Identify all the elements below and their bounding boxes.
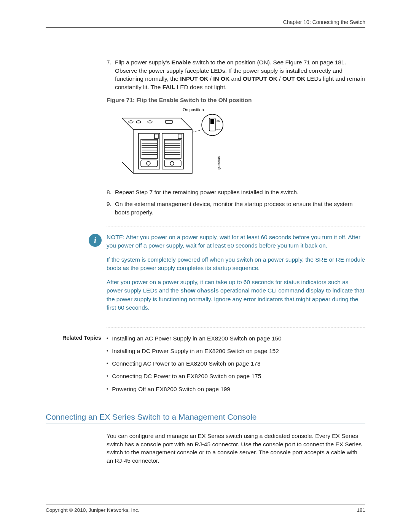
svg-point-29 [170, 161, 174, 165]
related-link[interactable]: Powering Off an EX8200 Switch on page 19… [107, 385, 282, 393]
related-link[interactable]: Installing a DC Power Supply in an EX820… [107, 347, 282, 355]
note-body: NOTE: After you power on a power supply,… [107, 233, 365, 318]
svg-rect-27 [164, 139, 181, 158]
header-rule [46, 27, 365, 28]
step-9: 9. On the external management device, mo… [107, 200, 365, 216]
step-8: 8. Repeat Step 7 for the remaining power… [107, 188, 365, 197]
svg-point-12 [148, 121, 152, 123]
svg-text:ON: ON [217, 120, 220, 122]
figure-code: g020545 [217, 156, 221, 169]
page-number: 181 [357, 507, 365, 513]
svg-point-18 [147, 161, 150, 165]
figure-71: On position ON STNDBY [122, 107, 365, 181]
note-p3: After you power on a power supply, it ca… [107, 278, 365, 312]
step-7: 7. Flip a power supply's Enable switch t… [107, 58, 365, 91]
related-link[interactable]: Installing an AC Power Supply in an EX82… [107, 334, 282, 343]
svg-rect-13 [166, 120, 172, 123]
figure-title: Figure 71: Flip the Enable Switch to the… [107, 97, 365, 104]
note-separator-bottom [107, 328, 365, 328]
svg-point-11 [136, 121, 141, 123]
svg-rect-37 [178, 134, 182, 139]
svg-rect-2 [210, 119, 214, 124]
step-number: 7. [107, 58, 115, 91]
procedure-steps-b: 8. Repeat Step 7 for the remaining power… [107, 188, 365, 217]
related-link[interactable]: Connecting AC Power to an EX8200 Switch … [107, 359, 282, 368]
copyright: Copyright © 2010, Juniper Networks, Inc. [46, 507, 139, 513]
svg-point-10 [129, 121, 133, 123]
procedure-steps-a: 7. Flip a power supply's Enable switch t… [107, 58, 365, 91]
section-body: You can configure and manage an EX Serie… [107, 432, 365, 465]
step-text: Flip a power supply's Enable switch to t… [115, 58, 365, 91]
note-p2: If the system is completely powered off … [107, 256, 365, 273]
svg-rect-26 [155, 134, 158, 139]
note-separator-top [107, 227, 365, 227]
svg-rect-16 [141, 139, 158, 158]
related-topics-list: Installing an AC Power Supply in an EX82… [107, 334, 282, 397]
chapter-header: Chapter 10: Connecting the Switch [46, 0, 365, 27]
related-link[interactable]: Connecting DC Power to an EX8200 Switch … [107, 372, 282, 380]
note-p1: NOTE: After you power on a power supply,… [107, 233, 365, 250]
page-footer: Copyright © 2010, Juniper Networks, Inc.… [46, 505, 365, 513]
step-number: 8. [107, 188, 115, 197]
step-text: On the external management device, monit… [115, 200, 365, 216]
info-icon: i [84, 233, 107, 247]
on-position-label: On position [183, 107, 204, 112]
svg-text:STNDBY: STNDBY [216, 128, 224, 131]
step-text: Repeat Step 7 for the remaining power su… [115, 188, 365, 197]
related-topics-label: Related Topics [46, 334, 107, 341]
section-heading: Connecting an EX Series Switch to a Mana… [46, 412, 365, 423]
step-number: 9. [107, 200, 115, 216]
